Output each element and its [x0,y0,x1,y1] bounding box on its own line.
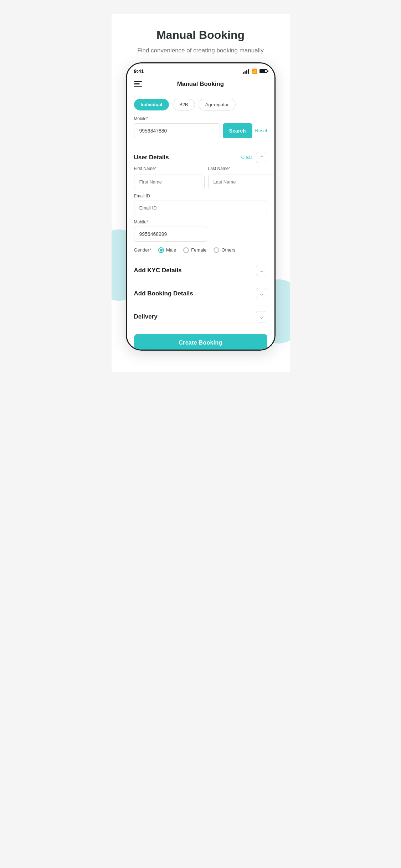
page-main-title: Manual Booking [122,29,279,42]
page-wrapper: Manual Booking Find convenience of creat… [112,14,290,372]
first-name-label: First Name* [134,166,205,171]
signal-bar-1 [243,72,244,74]
status-time: 9:41 [134,68,144,74]
email-field-wrapper: Email ID [127,193,274,215]
last-name-label: Last Name* [208,166,274,171]
last-name-input[interactable] [208,175,274,189]
gender-male-radio[interactable] [158,247,164,253]
search-button[interactable]: Search [223,123,252,138]
email-label: Email ID [134,193,267,198]
user-details-actions: Clear ⌃ [241,152,267,163]
status-bar: 9:41 📶 [127,63,274,77]
delivery-section[interactable]: Delivery ⌄ [127,305,274,328]
gender-female-radio[interactable] [183,247,189,253]
wifi-icon: 📶 [251,68,257,74]
booking-collapse-icon[interactable]: ⌄ [256,288,267,299]
create-booking-button[interactable]: Create Booking [134,334,267,350]
user-details-header: User Details Clear ⌃ [127,148,274,166]
battery-fill [260,70,265,72]
phone-content: Individual B2B Agrrregator Mobile* Searc… [127,93,274,350]
last-name-field-wrapper: Last Name* [208,166,274,189]
tabs-row: Individual B2B Agrrregator [127,93,274,116]
phone-mockup: 9:41 📶 Manual Booking [126,62,276,351]
mobile-required-star: * [146,116,148,121]
app-header: Manual Booking [127,77,274,93]
kyc-section[interactable]: Add KYC Details ⌄ [127,259,274,282]
header-section: Manual Booking Find convenience of creat… [112,14,290,62]
tab-b2b[interactable]: B2B [173,99,195,110]
mobile-row: Search Reset [134,123,267,138]
booking-title: Add Booking Details [134,290,193,297]
gender-male-dot [160,249,163,252]
user-mobile-label: Mobile* [134,219,267,224]
mobile-field-wrapper: Mobile* [127,219,274,242]
signal-bar-4 [248,69,249,74]
hamburger-line-2 [134,83,140,84]
user-details-title: User Details [134,154,169,161]
signal-bars-icon [243,69,249,74]
signal-bar-2 [245,71,246,74]
first-name-input[interactable] [134,175,205,189]
clear-button[interactable]: Clear [241,155,252,160]
user-mobile-input[interactable] [134,227,207,242]
hamburger-menu-icon[interactable] [134,81,142,87]
signal-bar-3 [246,70,247,74]
delivery-collapse-icon[interactable]: ⌄ [256,311,267,322]
gender-female-option[interactable]: Female [183,247,206,253]
gender-others-radio[interactable] [214,247,219,253]
booking-section[interactable]: Add Booking Details ⌄ [127,282,274,305]
gender-others-option[interactable]: Others [214,247,235,253]
gender-row: Gender* Male Female Others [127,246,274,259]
app-header-title: Manual Booking [142,81,259,88]
first-name-field-wrapper: First Name* [134,166,205,189]
page-main-subtitle: Find convenience of creating booking man… [122,46,279,55]
mobile-label: Mobile* [134,116,267,121]
mobile-search-section: Mobile* Search Reset [127,116,274,148]
kyc-collapse-icon[interactable]: ⌄ [256,265,267,276]
reset-button[interactable]: Reset [255,128,267,133]
gender-male-label: Male [166,247,176,253]
hamburger-line-3 [134,86,142,87]
hamburger-line-1 [134,81,142,82]
user-details-collapse-btn[interactable]: ⌃ [256,152,267,163]
tab-aggregator[interactable]: Agrrregator [199,99,236,110]
tab-individual[interactable]: Individual [134,99,169,110]
battery-icon [259,69,267,73]
mobile-search-input[interactable] [134,123,220,138]
status-icons: 📶 [243,68,267,74]
kyc-title: Add KYC Details [134,267,182,274]
gender-label: Gender* [134,247,151,253]
gender-male-option[interactable]: Male [158,247,176,253]
name-row: First Name* Last Name* [127,166,274,189]
gender-female-label: Female [191,247,206,253]
delivery-title: Delivery [134,313,158,320]
gender-others-label: Others [221,247,235,253]
email-input[interactable] [134,201,267,215]
